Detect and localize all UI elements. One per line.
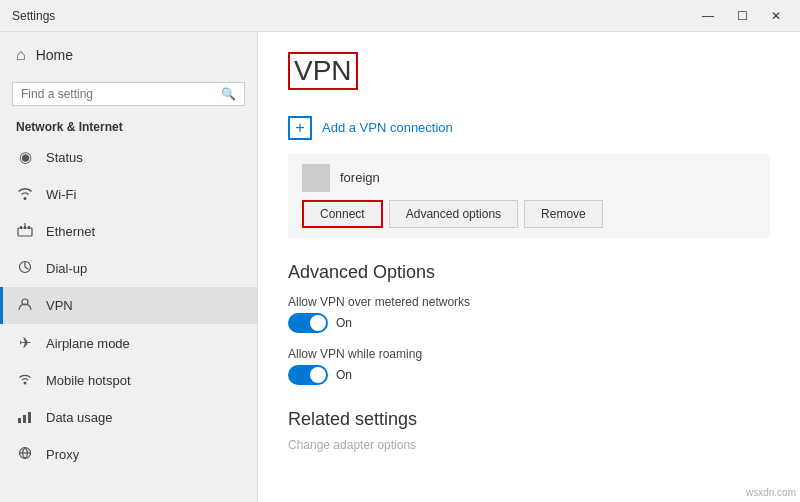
svg-rect-0 xyxy=(18,228,32,236)
toggle-row-metered: On xyxy=(288,313,770,333)
ethernet-icon xyxy=(16,223,34,240)
title-bar: Settings — ☐ ✕ xyxy=(0,0,800,32)
advanced-options-button[interactable]: Advanced options xyxy=(389,200,518,228)
toggle-label-metered: On xyxy=(336,316,352,330)
svg-rect-10 xyxy=(28,412,31,423)
sidebar-item-label-proxy: Proxy xyxy=(46,447,79,462)
hotspot-icon xyxy=(16,372,34,389)
main-container: ⌂ Home 🔍 Network & Internet ◉ Status Wi-… xyxy=(0,32,800,502)
sidebar-item-label-status: Status xyxy=(46,150,83,165)
svg-point-7 xyxy=(24,382,27,385)
title-bar-title: Settings xyxy=(12,9,55,23)
advanced-options-title: Advanced Options xyxy=(288,262,770,283)
sidebar-item-label-data: Data usage xyxy=(46,410,113,425)
toggle-metered[interactable] xyxy=(288,313,328,333)
sidebar-item-airplane[interactable]: ✈ Airplane mode xyxy=(0,324,257,362)
airplane-icon: ✈ xyxy=(16,334,34,352)
page-title: VPN xyxy=(288,52,358,90)
sidebar-item-dialup[interactable]: Dial-up xyxy=(0,250,257,287)
option-label-roaming: Allow VPN while roaming xyxy=(288,347,770,361)
sidebar-item-vpn[interactable]: VPN xyxy=(0,287,257,324)
sidebar-item-label-dialup: Dial-up xyxy=(46,261,87,276)
close-button[interactable]: ✕ xyxy=(760,4,792,28)
home-icon: ⌂ xyxy=(16,46,26,64)
svg-rect-1 xyxy=(20,226,22,229)
sidebar-home-label: Home xyxy=(36,47,73,63)
wifi-icon xyxy=(16,186,34,203)
search-icon: 🔍 xyxy=(221,87,236,101)
watermark: wsxdn.com xyxy=(746,487,796,498)
vpn-entry: foreign Connect Advanced options Remove xyxy=(288,154,770,238)
data-icon xyxy=(16,409,34,426)
svg-rect-3 xyxy=(28,226,30,229)
sidebar-item-label-vpn: VPN xyxy=(46,298,73,313)
vpn-entry-top: foreign xyxy=(302,164,756,192)
svg-rect-2 xyxy=(24,226,26,229)
vpn-entry-icon xyxy=(302,164,330,192)
option-label-metered: Allow VPN over metered networks xyxy=(288,295,770,309)
search-input[interactable] xyxy=(21,87,215,101)
vpn-buttons: Connect Advanced options Remove xyxy=(302,200,756,228)
related-settings-title: Related settings xyxy=(288,409,770,430)
option-row-metered: Allow VPN over metered networks On xyxy=(288,295,770,333)
sidebar-item-label-airplane: Airplane mode xyxy=(46,336,130,351)
sidebar-item-proxy[interactable]: Proxy xyxy=(0,436,257,473)
title-bar-controls: — ☐ ✕ xyxy=(692,4,792,28)
sidebar-item-hotspot[interactable]: Mobile hotspot xyxy=(0,362,257,399)
vpn-entry-name: foreign xyxy=(340,170,380,185)
content-area: VPN + Add a VPN connection foreign Conne… xyxy=(258,32,800,502)
svg-rect-9 xyxy=(23,415,26,423)
search-box: 🔍 xyxy=(12,82,245,106)
connect-button[interactable]: Connect xyxy=(302,200,383,228)
status-icon: ◉ xyxy=(16,148,34,166)
option-row-roaming: Allow VPN while roaming On xyxy=(288,347,770,385)
sidebar-item-label-hotspot: Mobile hotspot xyxy=(46,373,131,388)
vpn-icon xyxy=(16,297,34,314)
maximize-button[interactable]: ☐ xyxy=(726,4,758,28)
svg-rect-8 xyxy=(18,418,21,423)
dialup-icon xyxy=(16,260,34,277)
sidebar: ⌂ Home 🔍 Network & Internet ◉ Status Wi-… xyxy=(0,32,258,502)
sidebar-item-label-ethernet: Ethernet xyxy=(46,224,95,239)
toggle-row-roaming: On xyxy=(288,365,770,385)
toggle-label-roaming: On xyxy=(336,368,352,382)
sidebar-section-header: Network & Internet xyxy=(0,114,257,138)
add-vpn-row[interactable]: + Add a VPN connection xyxy=(288,106,770,150)
proxy-icon xyxy=(16,446,34,463)
remove-button[interactable]: Remove xyxy=(524,200,603,228)
sidebar-item-wifi[interactable]: Wi-Fi xyxy=(0,176,257,213)
sidebar-item-home[interactable]: ⌂ Home xyxy=(0,32,257,78)
sidebar-item-status[interactable]: ◉ Status xyxy=(0,138,257,176)
sidebar-item-ethernet[interactable]: Ethernet xyxy=(0,213,257,250)
sidebar-item-label-wifi: Wi-Fi xyxy=(46,187,76,202)
minimize-button[interactable]: — xyxy=(692,4,724,28)
toggle-roaming[interactable] xyxy=(288,365,328,385)
related-link-adapter: Change adapter options xyxy=(288,438,770,452)
sidebar-item-data[interactable]: Data usage xyxy=(0,399,257,436)
add-vpn-label: Add a VPN connection xyxy=(322,120,453,135)
plus-icon: + xyxy=(288,116,312,140)
